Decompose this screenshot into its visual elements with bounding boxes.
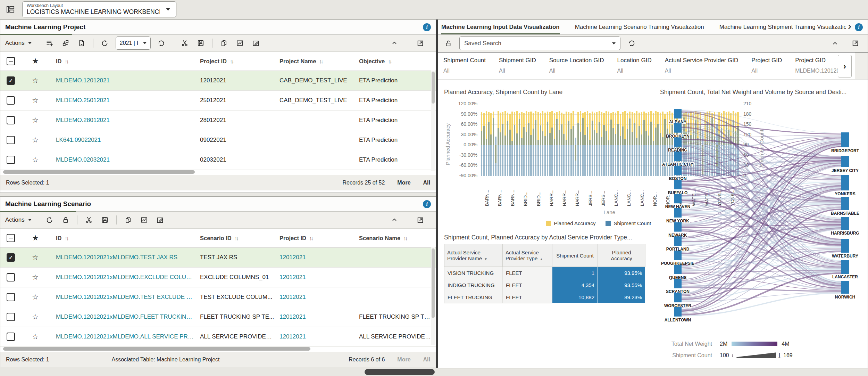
row-checkbox[interactable] [7, 156, 15, 164]
scrollbar-thumb[interactable] [432, 72, 435, 104]
actions-button[interactable]: Actions [5, 216, 32, 223]
favorite-star[interactable]: ☆ [32, 116, 56, 124]
favorite-star[interactable]: ☆ [32, 253, 56, 262]
all-button[interactable]: All [423, 180, 430, 186]
scenario-cell-id[interactable]: MLDEMO.12012021xMLDEMO.TEST JAX RS [56, 254, 200, 261]
open-window-icon[interactable] [850, 38, 860, 49]
row-checkbox[interactable] [7, 293, 15, 301]
column-header-project-id[interactable]: Project ID↑↓ [279, 235, 359, 242]
edit-icon[interactable] [251, 37, 261, 49]
sankey-source-node[interactable] [674, 152, 682, 161]
column-header-id[interactable]: ID↑↓ [56, 235, 200, 242]
sankey-destination-node[interactable] [841, 239, 849, 253]
scenario-cell-id[interactable]: MLDEMO.12012021xMLDEMO.ALL SERVICE PROVI… [56, 333, 200, 340]
scenario-cell-project_id[interactable]: 12012021 [279, 333, 359, 340]
workbench-layout-icon[interactable] [4, 3, 17, 16]
row-checkbox[interactable] [7, 116, 15, 124]
scenario-cell-id[interactable]: MLDEMO.12012021xMLDEMO.FLEET TRUCKING S.… [56, 313, 200, 320]
sankey-source-node[interactable] [674, 293, 682, 302]
select-all-checkbox[interactable] [7, 234, 15, 242]
row-checkbox[interactable] [7, 273, 15, 281]
pivot-column-header[interactable]: Actual Service Provider Type▲ [503, 244, 552, 267]
new-document-icon[interactable] [77, 37, 86, 49]
filters-next-chevron[interactable]: › [838, 55, 852, 77]
row-checkbox[interactable] [7, 76, 15, 85]
project-cell-id[interactable]: MLDEMO.12012021 [56, 77, 200, 84]
column-header-project-id[interactable]: Project ID↑↓ [200, 58, 279, 65]
column-header-scenario-id[interactable]: Scenario ID↑↓ [200, 235, 279, 242]
project-cell-id[interactable]: LK641.09022021 [56, 137, 200, 144]
copy-icon[interactable] [123, 214, 133, 226]
scenario-cell-project_id[interactable]: 12012021 [279, 313, 359, 320]
refresh-icon[interactable] [627, 38, 636, 49]
workbench-layout-select[interactable]: Workbench Layout LOGISTICS MACHINE LEARN… [22, 1, 176, 17]
column-header-objective[interactable]: Objective↑↓ [359, 58, 436, 65]
column-header-project-name[interactable]: Project Name↑↓ [279, 58, 359, 65]
more-button[interactable]: More [397, 180, 410, 186]
scenario-cell-project_id[interactable]: 12012021 [279, 274, 359, 281]
favorite-column-icon[interactable]: ★ [32, 234, 56, 243]
scenario-row[interactable]: ☆MLDEMO.12012021xMLDEMO.FLEET TRUCKING S… [0, 307, 436, 327]
scenario-cell-id[interactable]: MLDEMO.12012021xMLDEMO.EXCLUDE COLUMN... [56, 274, 200, 281]
sankey-destination-node[interactable] [841, 281, 849, 294]
scenario-row[interactable]: ☆MLDEMO.12012021xMLDEMO.TEST EXCLUDE COL… [0, 287, 436, 307]
tabs-overflow-chevron-icon[interactable]: › [846, 20, 855, 34]
sankey-destination-node[interactable] [841, 132, 849, 147]
favorite-star[interactable]: ☆ [32, 333, 56, 341]
refresh-icon[interactable] [100, 37, 110, 49]
pivot-column-header[interactable]: Actual Service Provider Name▼ [444, 244, 503, 267]
favorite-star[interactable]: ☆ [32, 96, 56, 105]
unlock-icon[interactable] [443, 38, 453, 49]
project-row[interactable]: ☆MLDEMO.1201202112012021CAB_DEMO_TEST_LI… [0, 71, 436, 91]
project-cell-id[interactable]: MLDEMO.25012021 [56, 97, 200, 104]
all-button[interactable]: All [423, 357, 430, 363]
row-checkbox[interactable] [7, 313, 15, 321]
save-icon[interactable] [100, 214, 110, 226]
chart-icon[interactable] [235, 37, 245, 49]
sankey-source-node[interactable] [674, 208, 682, 218]
sankey-source-node[interactable] [674, 137, 682, 147]
column-header-id[interactable]: ID↑↓ [56, 58, 200, 65]
favorite-star[interactable]: ☆ [32, 293, 56, 301]
filter-2[interactable]: Shipment GIDAll [499, 52, 536, 79]
sankey-source-node[interactable] [674, 123, 682, 133]
row-checkbox[interactable] [7, 333, 15, 341]
pivot-column-header[interactable]: Shipment Count [552, 244, 598, 267]
collapse-icon[interactable] [390, 37, 399, 49]
actions-button[interactable]: Actions [5, 40, 32, 47]
collapse-icon[interactable] [830, 38, 840, 49]
tab-2[interactable]: Machine Learning Scenario Training Visua… [575, 20, 704, 34]
sankey-destination-node[interactable] [841, 260, 849, 274]
scenario-cell-id[interactable]: MLDEMO.12012021xMLDEMO.TEST EXCLUDE COL.… [56, 294, 200, 301]
scenario-cell-project_id[interactable]: 12012021 [279, 254, 359, 261]
scenario-row[interactable]: ☆MLDEMO.12012021xMLDEMO.TEST JAX RSTEST … [0, 248, 436, 268]
chart-icon[interactable] [139, 214, 149, 226]
collapse-icon[interactable] [390, 214, 399, 226]
project-row[interactable]: ☆MLDEMO.0203202102032021ETA Prediction [0, 150, 436, 170]
row-checkbox[interactable] [7, 253, 15, 262]
favorite-star[interactable]: ☆ [32, 156, 56, 164]
info-icon[interactable]: i [423, 200, 431, 208]
more-button[interactable]: More [397, 357, 410, 363]
filter-7[interactable]: Project GIDMLDEMO.120120 [795, 52, 840, 79]
sankey-destination-node[interactable] [841, 217, 849, 230]
sankey-destination-node[interactable] [841, 197, 849, 210]
filter-5[interactable]: Actual Service Provider GIDAll [665, 52, 738, 79]
add-row-icon[interactable] [45, 37, 55, 49]
scenario-row[interactable]: ☆MLDEMO.12012021xMLDEMO.EXCLUDE COLUMN..… [0, 268, 436, 287]
workbench-layout-caret[interactable] [160, 2, 176, 17]
edit-icon[interactable] [155, 214, 165, 226]
sankey-source-node[interactable] [674, 307, 682, 317]
open-window-icon[interactable] [415, 214, 425, 226]
sankey-source-node[interactable] [674, 222, 682, 232]
pivot-column-header[interactable]: Planned Accuracy [598, 244, 645, 267]
column-header-scenario-name[interactable]: Scenario Name↑↓ [359, 235, 436, 242]
select-all-checkbox[interactable] [7, 57, 15, 65]
save-icon[interactable] [196, 37, 206, 49]
filter-6[interactable]: Project GIDAll [751, 52, 782, 79]
favorite-star[interactable]: ☆ [32, 136, 56, 144]
filter-1[interactable]: Shipment CountAll [443, 52, 486, 79]
scenario-cell-project_id[interactable]: 12012021 [279, 294, 359, 301]
project-cell-id[interactable]: MLDEMO.28012021 [56, 117, 200, 124]
tab-3[interactable]: Machine Learning Shipment Training Visua… [719, 20, 846, 34]
